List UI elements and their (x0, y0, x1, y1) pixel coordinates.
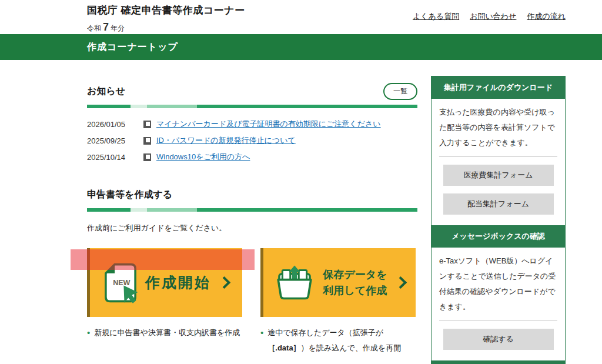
dividend-form-button[interactable]: 配当集計フォーム (443, 193, 554, 215)
year-number: 7 (103, 21, 109, 33)
news-date: 2025/09/25 (87, 136, 135, 145)
use-saved-data-button[interactable]: 保存データを 利用して作成 (260, 248, 416, 317)
section-underline (87, 105, 417, 108)
news-link[interactable]: Windows10をご利用の方へ (156, 152, 250, 162)
chevron-right-icon (394, 276, 407, 289)
chevron-right-icon (218, 276, 230, 289)
confirm-button[interactable]: 確認する (443, 329, 554, 350)
create-heading: 申告書等を作成する (87, 189, 172, 201)
sidebar-messagebox-description: e-Taxソフト（WEB版）へログインすることで送信したデータの受付結果の確認や… (432, 248, 565, 318)
folder-upload-icon (274, 265, 315, 300)
note-item: • 途中で保存したデータ（拡張子が［.data］）を読み込んで、作成を再開 (260, 325, 416, 356)
main-content: お知らせ 一覧 2026/01/05 マイナンバーカード及び電子証明書の有効期限… (87, 82, 417, 364)
bullet-icon: • (87, 325, 90, 340)
section-underline (87, 208, 417, 212)
sidebar-heading-messagebox: メッセージボックスの確認 (432, 225, 565, 248)
year-suffix: 年分 (111, 24, 125, 32)
start-notes: • 新規に申告書や決算書・収支内訳書を作成 (87, 325, 242, 364)
news-row: 2025/10/14 Windows10をご利用の方へ (87, 149, 417, 165)
top-nav: よくある質問 お問い合わせ 作成の流れ (413, 11, 566, 22)
sidebar-download-description: 支払った医療費の内容や受け取った配当等の内容を表計算ソフトで入力することができま… (432, 99, 565, 154)
new-document-icon: NEW (103, 262, 138, 303)
site-header: 国税庁 確定申告書等作成コーナー 令和7年分 (87, 4, 245, 34)
news-section: お知らせ 一覧 2026/01/05 マイナンバーカード及び電子証明書の有効期限… (87, 82, 417, 165)
note-item: • 過去の申告書データを利用して作成 (260, 361, 416, 364)
year-prefix: 令和 (87, 24, 101, 32)
start-create-button[interactable]: NEW 作成開始 (87, 248, 242, 317)
guide-text: 作成前にご利用ガイドをご覧ください。 (87, 223, 417, 233)
tax-year: 令和7年分 (87, 21, 245, 34)
sidebar: 集計用ファイルのダウンロード 支払った医療費の内容や受け取った配当等の内容を表計… (431, 76, 566, 364)
news-list: 2026/01/05 マイナンバーカード及び電子証明書の有効期限にご注意ください… (87, 116, 417, 165)
saved-notes: • 途中で保存したデータ（拡張子が［.data］）を読み込んで、作成を再開 • … (260, 325, 416, 364)
nav-link-faq[interactable]: よくある質問 (413, 11, 459, 22)
news-date: 2025/10/14 (87, 153, 135, 162)
note-item: • 新規に申告書や決算書・収支内訳書を作成 (87, 325, 242, 340)
create-section: 申告書等を作成する 作成前にご利用ガイドをご覧ください。 NEW 作成開始 (87, 186, 417, 364)
sidebar-heading-sent-returns: 送信した申告書の内容の確認 (432, 360, 565, 364)
news-row: 2026/01/05 マイナンバーカード及び電子証明書の有効期限にご注意ください (87, 116, 417, 132)
news-item-icon (143, 121, 151, 128)
bullet-icon: • (260, 325, 263, 356)
divider (439, 320, 557, 321)
news-list-button[interactable]: 一覧 (383, 83, 417, 100)
divider (439, 156, 557, 157)
page-banner-title: 作成コーナートップ (87, 34, 602, 60)
news-item-icon (143, 153, 151, 161)
news-date: 2026/01/05 (87, 120, 135, 129)
news-heading: お知らせ (87, 85, 125, 98)
page-banner: 作成コーナートップ (0, 34, 602, 60)
news-link[interactable]: ID・パスワードの新規発行停止について (156, 135, 296, 146)
news-row: 2025/09/25 ID・パスワードの新規発行停止について (87, 132, 417, 149)
news-item-icon (143, 137, 151, 145)
medical-expense-form-button[interactable]: 医療費集計フォーム (443, 165, 554, 186)
start-create-label: 作成開始 (145, 273, 211, 292)
use-saved-data-label: 保存データを 利用して作成 (323, 267, 387, 299)
nav-link-flow[interactable]: 作成の流れ (527, 11, 566, 22)
bullet-icon: • (260, 361, 263, 364)
news-link[interactable]: マイナンバーカード及び電子証明書の有効期限にご注意ください (156, 119, 381, 129)
site-title: 国税庁 確定申告書等作成コーナー (87, 4, 245, 17)
nav-link-contact[interactable]: お問い合わせ (470, 11, 516, 22)
sidebar-heading-download: 集計用ファイルのダウンロード (432, 76, 565, 99)
new-badge: NEW (113, 279, 130, 287)
